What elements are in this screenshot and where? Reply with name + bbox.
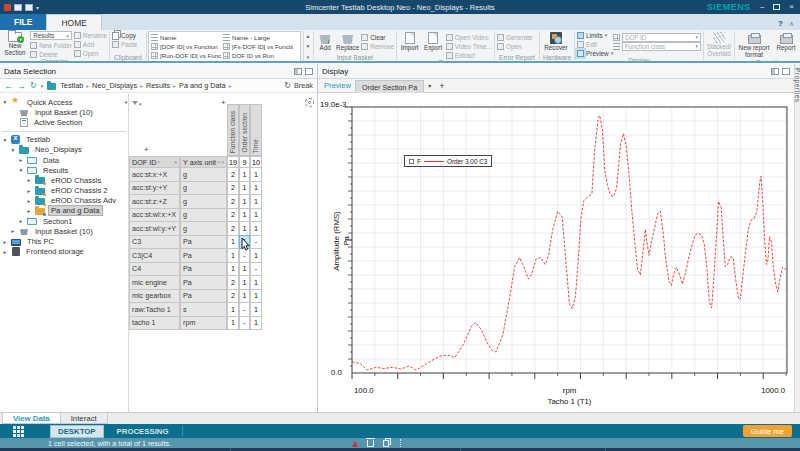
paste-button[interactable]: Paste: [112, 40, 137, 48]
tree-item-testlab[interactable]: ▾Testlab: [0, 135, 128, 145]
table-row-label[interactable]: raw:Tacho 1: [129, 302, 180, 317]
rotated-column-header[interactable]: Order section: [239, 104, 250, 156]
legend-checkbox-icon[interactable]: [409, 159, 414, 164]
table-cell-value[interactable]: 2: [227, 167, 239, 182]
workspace-desktop[interactable]: DESKTOP: [50, 425, 104, 438]
preview-label[interactable]: Preview: [324, 81, 351, 90]
back-icon[interactable]: ←: [4, 81, 13, 91]
breadcrumb-item[interactable]: Testlab: [60, 81, 83, 90]
basket-clear-button[interactable]: Clear: [361, 33, 394, 41]
table-row-label[interactable]: C3|C4: [129, 248, 180, 263]
table-cell-unit[interactable]: rpm: [180, 316, 227, 331]
add-column-button[interactable]: +: [221, 98, 226, 107]
float-panel-icon[interactable]: [305, 68, 313, 75]
table-cell-unit[interactable]: s: [180, 302, 227, 317]
minimize-button[interactable]: –: [760, 3, 764, 11]
report-button[interactable]: Report: [773, 31, 799, 52]
table-cell-value[interactable]: 1: [250, 221, 262, 236]
table-cell-value[interactable]: -: [239, 302, 250, 317]
table-cell-unit[interactable]: Pa: [180, 262, 227, 277]
table-cell-value[interactable]: 1: [250, 194, 262, 209]
open-video-button[interactable]: Open Video: [446, 33, 492, 41]
tree-item-erod-chassis-adv[interactable]: ▸eROD Chassis Adv: [0, 196, 128, 206]
chevron-right-icon[interactable]: ▸: [26, 198, 32, 204]
filter-button[interactable]: ▾: [132, 99, 142, 108]
table-cell-value[interactable]: 1: [227, 248, 239, 263]
table-cell-value[interactable]: 1: [250, 248, 262, 263]
table-cell-value[interactable]: 1: [250, 289, 262, 304]
tab-order-section-pa[interactable]: Order Section Pa: [355, 80, 424, 93]
collapse-ribbon-icon[interactable]: ∧: [789, 20, 794, 28]
tree-item-this-pc[interactable]: ▸This PC: [0, 236, 128, 246]
break-button[interactable]: Break: [294, 81, 313, 90]
chevron-right-icon[interactable]: ▸: [26, 188, 32, 194]
table-cell-value[interactable]: 2: [227, 275, 239, 290]
table-cell-unit[interactable]: g: [180, 167, 227, 182]
table-cell-unit[interactable]: Pa: [180, 275, 227, 290]
history-caret-icon[interactable]: ▾: [41, 83, 44, 89]
table-cell-unit[interactable]: g: [180, 221, 227, 236]
table-row-label[interactable]: acc:st:z:+Z: [129, 194, 180, 209]
print-icon[interactable]: [25, 4, 33, 11]
table-cell-value[interactable]: 1: [227, 302, 239, 317]
chevron-right-icon[interactable]: ▸: [18, 157, 24, 163]
tree-collapse-icon[interactable]: ◂: [124, 98, 127, 105]
breadcrumb-item[interactable]: Neo_Displays: [92, 81, 137, 90]
table-row-label[interactable]: acc:st:y:+Y: [129, 181, 180, 196]
table-cell-value[interactable]: 1: [250, 167, 262, 182]
view-option[interactable]: Name: [149, 33, 221, 42]
tree-item-section1[interactable]: ▸Section1: [0, 216, 128, 226]
table-cell-value[interactable]: 1: [250, 181, 262, 196]
recover-button[interactable]: Recover: [542, 31, 570, 52]
table-cell-unit[interactable]: Pa: [180, 289, 227, 304]
table-cell-value[interactable]: 2: [227, 181, 239, 196]
edit-button[interactable]: Edit: [577, 40, 611, 48]
table-cell-value[interactable]: 1: [227, 235, 239, 250]
views-more-icon[interactable]: ▾: [304, 52, 312, 62]
table-cell-value[interactable]: 1: [239, 167, 250, 182]
rotated-column-header[interactable]: Time: [250, 104, 262, 156]
export-button[interactable]: Export: [422, 31, 443, 52]
table-cell-value[interactable]: 1: [239, 208, 250, 223]
properties-tab[interactable]: Properties: [794, 68, 800, 103]
chevron-right-icon[interactable]: ▸: [2, 249, 8, 255]
add-row-button[interactable]: +: [144, 145, 149, 154]
copy-button[interactable]: Copy: [112, 31, 137, 39]
chevron-down-icon[interactable]: ▾: [18, 167, 24, 173]
table-cell-value[interactable]: 1: [227, 316, 239, 331]
table-cell-value[interactable]: -: [250, 262, 262, 277]
table-cell-value[interactable]: 2: [227, 194, 239, 209]
trash-icon[interactable]: [367, 440, 374, 447]
chevron-right-icon[interactable]: ▸: [18, 218, 24, 224]
results-dropdown[interactable]: Results▾: [30, 31, 72, 40]
tree-item-results[interactable]: ▾Results: [0, 165, 128, 175]
add-button[interactable]: Add: [74, 40, 107, 48]
tree-item-input-basket-10-[interactable]: ▸Input Basket (10): [0, 226, 128, 236]
delete-button[interactable]: Delete: [30, 50, 72, 58]
tree-item-neo-displays[interactable]: ▾Neo_Displays: [0, 145, 128, 155]
table-cell-value[interactable]: 1: [239, 181, 250, 196]
views-scroll-up-icon[interactable]: ▲: [304, 31, 312, 41]
import-button[interactable]: Import: [399, 31, 420, 52]
table-row-label[interactable]: acc:st:wl:x:+X: [129, 208, 180, 223]
display-dock-icon[interactable]: [771, 68, 779, 75]
forward-icon[interactable]: →: [17, 81, 26, 91]
stacked-overlaid-button[interactable]: Stacked/ Overlaid: [706, 31, 732, 58]
table-cell-value[interactable]: -: [250, 235, 262, 250]
new-folder-button[interactable]: New Folder: [30, 41, 72, 49]
chevron-right-icon[interactable]: ▸: [26, 208, 32, 214]
help-icon[interactable]: ?: [778, 19, 783, 28]
tab-home[interactable]: HOME: [46, 14, 102, 30]
video-time-button[interactable]: Video Time...: [446, 42, 492, 50]
chevron-right-icon[interactable]: ▸: [10, 228, 16, 234]
chevron-right-icon[interactable]: ▸: [26, 177, 32, 183]
history-icon[interactable]: ↻: [30, 81, 37, 90]
view-option[interactable]: [DOF ID] vs Function: [149, 42, 221, 51]
refresh-icon[interactable]: ↻: [284, 81, 291, 90]
close-button[interactable]: ×: [789, 3, 794, 11]
quick-access-caret-icon[interactable]: ▾: [36, 4, 39, 11]
tab-interact[interactable]: Interact: [61, 413, 108, 424]
table-cell-value[interactable]: 1: [239, 221, 250, 236]
table-cell-unit[interactable]: Pa: [180, 235, 227, 250]
table-cell-value[interactable]: 2: [227, 221, 239, 236]
